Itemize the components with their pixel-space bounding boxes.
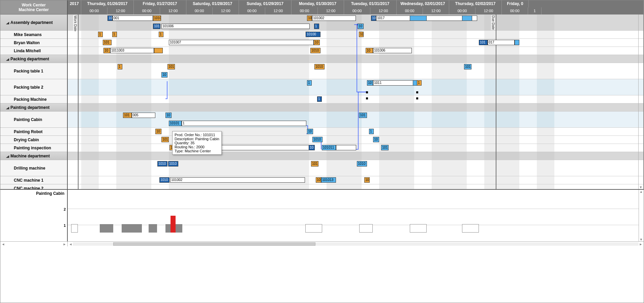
gantt-row[interactable]: 101101010 (68, 136, 643, 144)
gantt-bar[interactable]: 10 (165, 113, 172, 118)
gantt-bar[interactable]: 10 (364, 177, 370, 183)
gantt-body[interactable]: 1010011010101010021011017101101006110111… (68, 14, 643, 189)
gantt-bar[interactable] (336, 145, 356, 150)
gantt-bar[interactable]: 1010 (153, 16, 161, 21)
gantt-bar[interactable]: 101 (464, 64, 471, 69)
scrollbar-track[interactable] (73, 242, 639, 246)
gantt-bar[interactable]: 10 (359, 32, 364, 37)
gantt-bar[interactable]: 10 (366, 48, 373, 53)
gantt-bar[interactable]: 1 (369, 129, 374, 134)
gantt-row[interactable]: 101011003101010101006 (68, 47, 643, 55)
gantt-bar[interactable]: 10 (373, 137, 379, 142)
gantt-bar[interactable]: 1010 (168, 161, 178, 166)
gantt-row[interactable] (68, 184, 643, 189)
gantt-bar[interactable]: 1010 (314, 64, 325, 69)
gantt-bar[interactable]: 005 (132, 113, 155, 118)
vertical-scrollbar[interactable]: ▲ ▼ (638, 0, 643, 189)
gantt-bar[interactable]: 101 (103, 40, 112, 45)
gantt-bar[interactable]: 1 (182, 121, 306, 126)
gantt-bar[interactable]: 101 (153, 24, 160, 29)
gantt-bar[interactable]: 10 (309, 145, 315, 150)
vertical-scrollbar[interactable]: ▲ ▼ (639, 190, 644, 241)
tree-resource-row[interactable]: Packing table 1 (0, 63, 67, 79)
gantt-row[interactable] (68, 55, 643, 63)
gantt-row[interactable]: 110101011101 (68, 144, 643, 152)
gantt-row[interactable]: 1010011010101010021011017101101006110 (68, 14, 643, 31)
tree-resource-row[interactable]: Packing table 2 (0, 79, 67, 95)
tree-resource-row[interactable]: Bryan Walton (0, 39, 67, 47)
selection-handle[interactable] (366, 97, 368, 99)
gantt-bar[interactable] (515, 40, 519, 45)
gantt-row[interactable]: 10101 (68, 128, 643, 136)
scroll-up-icon[interactable]: ▲ (639, 190, 643, 193)
resource-tree[interactable]: Assembly departmentMike SeamansBryan Wal… (0, 14, 67, 189)
gantt-bar[interactable]: 101007 (169, 40, 314, 45)
selection-handle[interactable] (366, 91, 368, 93)
gantt-row[interactable]: 1101101010110 (68, 63, 643, 79)
gantt-bar[interactable]: 1011 (373, 80, 417, 86)
gantt-bar[interactable]: 1010 (310, 48, 320, 53)
tree-resource-row[interactable]: Drilling machine (0, 160, 67, 176)
gantt-bar[interactable]: 10 (161, 72, 167, 78)
gantt-bar[interactable]: 1 (317, 96, 322, 102)
gantt-row[interactable]: 101010101011010 (68, 160, 643, 176)
tree-resource-row[interactable]: Painting Robot (0, 128, 67, 136)
gantt-bar[interactable] (410, 16, 427, 21)
gantt-bar[interactable]: 1 (98, 32, 103, 37)
tree-dept-row[interactable]: Assembly department (0, 14, 67, 31)
gantt-bar[interactable]: 101 (371, 16, 376, 21)
gantt-bar[interactable] (462, 16, 472, 21)
selection-handle[interactable] (416, 97, 418, 99)
tree-resource-row[interactable]: Packing Machine (0, 95, 67, 103)
tree-resource-row[interactable]: Drying Cabin (0, 136, 67, 144)
tree-dept-row[interactable]: Painting department (0, 103, 67, 112)
gantt-bar[interactable]: 10101 (169, 121, 182, 126)
gantt-bar[interactable]: 1010 (159, 177, 170, 183)
gantt-bar[interactable]: 10 (367, 80, 373, 86)
scroll-down-icon[interactable]: ▼ (639, 185, 643, 189)
scroll-right-icon[interactable]: ► (62, 242, 67, 246)
gantt-bar[interactable]: 101006 (373, 48, 412, 53)
gantt-bar[interactable]: 10 (314, 40, 320, 45)
gantt-bar[interactable]: 101 (381, 145, 389, 150)
tree-dept-row[interactable]: Machine department (0, 152, 67, 160)
tree-resource-row[interactable]: CNC machine 1 (0, 176, 67, 184)
gantt-bar[interactable]: 1010 (357, 161, 367, 166)
gantt-row[interactable]: 10110100710101017 (68, 39, 643, 47)
gantt-bar[interactable]: 017 (488, 40, 515, 45)
tree-resource-row[interactable]: CNC machine 2 (0, 184, 67, 189)
tree-h-scrollbar[interactable]: ◄ ► (0, 242, 68, 246)
gantt-bar[interactable]: 101 (359, 113, 367, 118)
gantt-bar[interactable]: 10 (316, 177, 321, 183)
gantt-bar[interactable]: 10 (307, 129, 313, 134)
gantt-bar[interactable]: 101 (108, 16, 113, 21)
gantt-row[interactable]: 10100510101101011 (68, 112, 643, 128)
gantt-bar[interactable]: 1011003 (110, 48, 154, 53)
gantt-bar[interactable]: 1010 (157, 161, 167, 166)
gantt-bar[interactable]: 10 (307, 16, 312, 21)
scroll-down-icon[interactable]: ▼ (639, 238, 643, 241)
gantt-row[interactable]: 1 (68, 95, 643, 103)
gantt-bar[interactable]: 101002 (170, 177, 305, 183)
scrollbar-thumb[interactable] (113, 242, 315, 246)
gantt-row[interactable]: 1111010010 (68, 31, 643, 39)
gantt-bar[interactable]: 101002 (312, 16, 356, 21)
scroll-left-icon[interactable]: ◄ (68, 242, 73, 246)
gantt-bar[interactable]: 10 (155, 129, 161, 134)
gantt-bar[interactable]: 1 (118, 64, 122, 69)
gantt-bar[interactable]: 101013 (321, 177, 336, 183)
gantt-bar[interactable]: 101 (479, 40, 488, 45)
gantt-row[interactable] (68, 103, 643, 112)
gantt-row[interactable] (68, 152, 643, 160)
gantt-bar[interactable]: 1 (307, 80, 312, 86)
tree-resource-row[interactable]: Painting Cabin (0, 112, 67, 128)
gantt-bar[interactable]: 101 (167, 64, 175, 69)
gantt-bar[interactable]: 101 (123, 113, 132, 118)
gantt-bar[interactable]: 001 (113, 16, 153, 21)
gantt-bar[interactable]: 101011 (322, 145, 336, 150)
gantt-bar[interactable]: 1 (159, 32, 163, 37)
gantt-h-scrollbar[interactable]: ◄ ► (68, 242, 644, 246)
gantt-bar[interactable]: 1 (417, 80, 422, 86)
tree-resource-row[interactable]: Linda Mitchell (0, 47, 67, 55)
scroll-right-icon[interactable]: ► (639, 242, 643, 246)
